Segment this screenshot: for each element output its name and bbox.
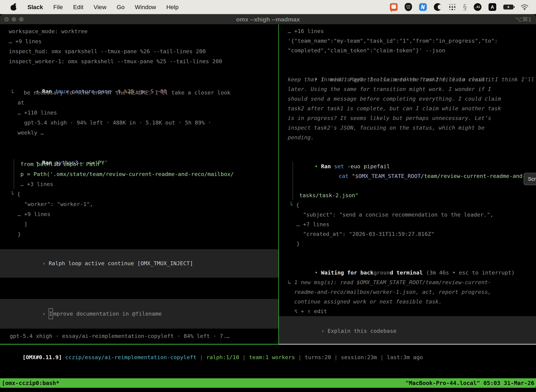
battery-icon[interactable] <box>503 5 513 9</box>
shield-grid-icon[interactable] <box>405 3 412 11</box>
badge-61-icon[interactable]: ..61 <box>474 3 482 11</box>
bolt-badge-icon[interactable] <box>419 3 427 11</box>
thinking-line: inspect task2's JSON, focusing on the st… <box>282 123 536 133</box>
dots-grid-icon[interactable] <box>449 3 456 11</box>
zoom-button[interactable] <box>19 17 24 22</box>
quote: " <box>352 173 355 179</box>
separator: | <box>331 354 341 360</box>
prompt-chevron-icon: › <box>321 326 325 336</box>
output-line: └ { <box>282 200 536 210</box>
output-line: weekly … <box>3 128 278 138</box>
battery-bolt <box>503 5 513 9</box>
omx-version: [OMX#0.11.9] <box>23 354 62 360</box>
left-prompt-input[interactable]: ›Improve documentation in @filename <box>0 299 278 329</box>
team-workers: team:1 workers <box>249 354 295 360</box>
separator: | <box>196 354 206 360</box>
log-line: inspect_worker-1: omx sparkshell --tmux-… <box>3 56 278 66</box>
s-hook-icon[interactable]: § <box>463 3 467 11</box>
terminal-window: omx --xhigh --madmax ⌥⌘1 workspace_mode:… <box>0 14 536 388</box>
ran-python-line: •Ran python3 - <<'PY' <box>3 148 278 159</box>
waiting-status-line: •Waiting for background terminal (3m 46s… <box>282 258 536 268</box>
inject-banner: ›Ralph loop active continue [OMX_TMUX_IN… <box>0 249 278 278</box>
bolt-glyph <box>421 5 425 9</box>
left-prompt-line: ›Improve documentation in @filename <box>3 299 162 329</box>
separator: | <box>377 354 387 360</box>
thinking-line: should send a message before completing … <box>282 94 536 104</box>
command-gutter: cat "$OMX_TEAM_STATE_ROOT/team/review-cu… <box>293 162 536 200</box>
tmux-status-bar: [omx-cczip0:bash* "MacBook-Pro-44.local"… <box>0 378 536 388</box>
menu-item-go[interactable]: Go <box>117 4 124 10</box>
separator: | <box>295 354 305 360</box>
wifi-icon[interactable] <box>521 4 529 10</box>
mailbox-msg-line: continue assigned work or next feasible … <box>282 297 536 307</box>
apple-logo-body <box>10 5 17 10</box>
thinking-line: •I need to get the claim token from the … <box>282 65 536 75</box>
title-bar: omx --xhigh --madmax ⌥⌘1 <box>0 14 536 24</box>
cat-command: cat <box>339 173 352 179</box>
menu-item-edit[interactable]: Edit <box>73 4 84 10</box>
right-prompt-input[interactable]: ›Explain this codebase <box>279 316 536 345</box>
output-line: ] <box>3 219 278 229</box>
battery-nub <box>514 6 515 8</box>
keyboard-layout-icon[interactable]: A <box>488 3 496 11</box>
right-terminal-pane[interactable]: … +16 lines '{"team_name":"my-team","tas… <box>279 24 536 345</box>
code-line: p = Path('.omx/state/team/review-current… <box>14 169 278 179</box>
thinking-line: pending. <box>282 133 536 142</box>
output-line: "worker": "worker-1", <box>3 199 278 209</box>
left-terminal-pane[interactable]: workspace_mode: worktree … +9 lines insp… <box>0 24 278 345</box>
more-lines: … +7 lines <box>282 219 536 229</box>
close-button[interactable] <box>4 17 9 22</box>
menu-app-name[interactable]: Slack <box>27 4 43 10</box>
thinking-line: keep that in mind. Maybe I also need the… <box>282 75 536 84</box>
moon-icon[interactable] <box>434 3 442 11</box>
code-line: cat "$OMX_TEAM_STATE_ROOT/team/review-cu… <box>293 162 536 191</box>
prompt-chevron-icon: › <box>42 309 46 319</box>
menu-item-help[interactable]: Help <box>166 4 179 10</box>
mailbox-msg-line: readme-and-reco/mailbox/worker-1.json, a… <box>282 287 536 297</box>
blank-line <box>3 138 278 148</box>
ran-set-line: •Ran set -euo pipefail <box>282 152 536 162</box>
blank-line <box>282 248 536 258</box>
log-line: '{"team_name":"my-team","task_id":"1","f… <box>282 36 536 46</box>
output-line: └ { <box>3 189 278 199</box>
shield-grid-dots <box>406 5 411 10</box>
keyboard-layout-label: A <box>491 5 494 10</box>
text-cursor: I <box>49 308 53 319</box>
edit-hint-line: ⌥ + ↑ edit <box>282 307 536 316</box>
chat-app-icon[interactable] <box>390 3 397 11</box>
right-prompt-line: ›Explain this codebase <box>282 317 397 345</box>
command-gutter: from pathlib import Path p = Path('.omx/… <box>14 159 278 189</box>
apple-menu-icon[interactable] <box>10 3 17 11</box>
log-line: inspect_hud: omx sparkshell --tmux-pane … <box>3 46 278 56</box>
thinking-line: task2 after task1 is complete, but can I… <box>282 104 536 113</box>
ran-tmux-line: •Ran tmux capture-pane -t %25 -p -S -80 <box>3 76 278 88</box>
dots-grid <box>449 3 456 11</box>
output-line: "created_at": "2026-03-31T11:59:27.816Z" <box>282 229 536 239</box>
screen-share-tooltip: Scre <box>524 173 536 185</box>
path-string: /team/review-current-readme-and-reco/ <box>421 173 536 179</box>
code-line: from pathlib import Path <box>14 159 278 169</box>
tmux-panes: workspace_mode: worktree … +9 lines insp… <box>0 24 536 345</box>
menu-bar: Slack File Edit View Go Window Help <box>0 0 536 14</box>
badge-61-label: ..61 <box>475 5 480 9</box>
left-input-placeholder: mprove documentation in @filename <box>53 311 162 317</box>
blank-line <box>282 268 536 277</box>
minimize-button[interactable] <box>12 17 16 22</box>
separator: | <box>239 354 249 360</box>
screen: Slack File Edit View Go Window Help <box>0 0 536 392</box>
menu-item-window[interactable]: Window <box>135 4 156 10</box>
log-line: … +9 lines <box>3 36 278 46</box>
more-lines: … +9 lines <box>3 209 278 219</box>
code-line: tasks/task-2.json" <box>293 191 536 200</box>
output-line: } <box>3 229 278 239</box>
omx-hud-status: [OMX#0.11.9] cczip/essay/ai-reimplementa… <box>0 345 536 378</box>
menu-item-view[interactable]: View <box>94 4 106 10</box>
traffic-lights <box>4 14 24 24</box>
env-var: OMX_TEAM_STATE_ROOT <box>358 173 421 179</box>
blank-line <box>282 142 536 152</box>
blank-line <box>282 55 536 65</box>
omx-repo-path: cczip/essay/ai-reimplementation-copyleft <box>62 354 196 360</box>
window-title: omx --xhigh --madmax <box>236 16 300 23</box>
menu-item-file[interactable]: File <box>53 4 63 10</box>
output-line: … +110 lines <box>3 108 278 118</box>
